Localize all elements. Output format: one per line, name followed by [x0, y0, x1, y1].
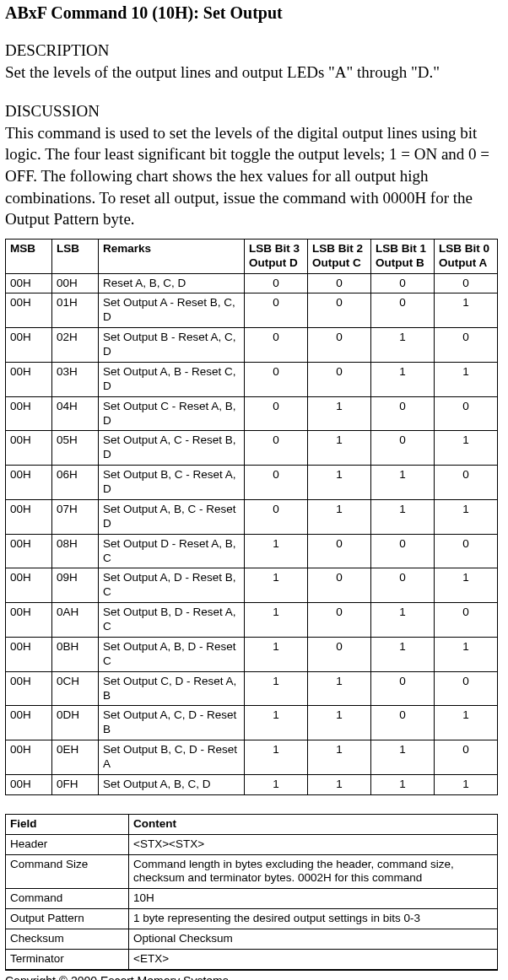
table-gap	[5, 795, 498, 814]
description-heading: DESCRIPTION	[5, 41, 498, 60]
col-header-remarks: Remarks	[99, 239, 245, 273]
cell-content: 10H	[129, 889, 498, 909]
cell-content: Command length in bytes excluding the he…	[129, 854, 498, 889]
cell-bit2: 0	[308, 273, 371, 293]
cell-bit3: 0	[245, 466, 308, 500]
table-row: Output Pattern1 byte representing the de…	[6, 909, 498, 929]
cell-bit2: 0	[308, 603, 371, 638]
cell-lsb: 00H	[52, 273, 99, 293]
cell-content: 1 byte representing the desired output s…	[129, 909, 498, 929]
cell-field: Command	[6, 889, 129, 909]
cell-bit2: 1	[308, 671, 371, 706]
bits-table: MSB LSB Remarks LSB Bit 3 Output D LSB B…	[5, 239, 498, 795]
cell-bit1: 0	[371, 431, 435, 466]
cell-bit2: 0	[308, 534, 371, 568]
col-header-content: Content	[129, 814, 498, 834]
table-row: Terminator<ETX>	[6, 949, 498, 969]
document-page: ABxF Command 10 (10H): Set Output DESCRI…	[0, 0, 508, 980]
field-table: Field Content Header<STX><STX>Command Si…	[5, 814, 498, 970]
cell-bit1: 1	[371, 740, 435, 775]
cell-remarks: Set Output B, C - Reset A, D	[99, 466, 245, 500]
cell-bit1: 1	[371, 362, 435, 396]
table-row: 00H05HSet Output A, C - Reset B, D0101	[6, 431, 498, 466]
table-row: 00H03HSet Output A, B - Reset C, D0011	[6, 362, 498, 396]
page-number: 105	[450, 975, 498, 980]
discussion-heading: DISCUSSION	[5, 102, 498, 121]
cell-remarks: Set Output C, D - Reset A, B	[99, 671, 245, 706]
cell-msb: 00H	[6, 293, 52, 328]
cell-remarks: Set Output B, D - Reset A, C	[99, 603, 245, 638]
cell-bit2: 0	[308, 637, 371, 671]
cell-msb: 00H	[6, 328, 52, 363]
cell-msb: 00H	[6, 534, 52, 568]
page-footer: Copyright © 2000 Escort Memory Systems L…	[5, 970, 498, 980]
cell-bit1: 1	[371, 328, 435, 363]
cell-bit0: 0	[435, 603, 498, 638]
cell-lsb: 0CH	[52, 671, 99, 706]
table-row: 00H06HSet Output B, C - Reset A, D0110	[6, 466, 498, 500]
table-header-row: MSB LSB Remarks LSB Bit 3 Output D LSB B…	[6, 239, 498, 273]
cell-bit1: 0	[371, 568, 435, 603]
table-row: 00H02HSet Output B - Reset A, C, D0010	[6, 328, 498, 363]
cell-lsb: 05H	[52, 431, 99, 466]
cell-lsb: 07H	[52, 499, 99, 534]
description-body: Set the levels of the output lines and o…	[5, 62, 498, 83]
col-header-bit2: LSB Bit 2 Output C	[308, 239, 371, 273]
cell-bit3: 1	[245, 568, 308, 603]
cell-msb: 00H	[6, 431, 52, 466]
cell-bit0: 0	[435, 466, 498, 500]
cell-remarks: Set Output A - Reset B, C, D	[99, 293, 245, 328]
cell-bit0: 0	[435, 534, 498, 568]
cell-field: Terminator	[6, 949, 129, 969]
cell-msb: 00H	[6, 740, 52, 775]
page-title: ABxF Command 10 (10H): Set Output	[5, 3, 498, 23]
cell-bit0: 0	[435, 671, 498, 706]
cell-msb: 00H	[6, 499, 52, 534]
cell-msb: 00H	[6, 396, 52, 431]
cell-bit0: 0	[435, 328, 498, 363]
footer-line-1: Copyright © 2000 Escort Memory Systems	[5, 974, 229, 980]
cell-bit2: 1	[308, 396, 371, 431]
cell-bit3: 0	[245, 396, 308, 431]
table-row: 00H0BHSet Output A, B, D - Reset C1011	[6, 637, 498, 671]
col-header-bit3: LSB Bit 3 Output D	[245, 239, 308, 273]
cell-bit1: 0	[371, 273, 435, 293]
cell-bit3: 1	[245, 637, 308, 671]
col-header-lsb: LSB	[52, 239, 99, 273]
table-row: 00H07HSet Output A, B, C - Reset D0111	[6, 499, 498, 534]
cell-msb: 00H	[6, 706, 52, 740]
cell-bit1: 1	[371, 774, 435, 794]
cell-bit2: 1	[308, 740, 371, 775]
cell-bit1: 0	[371, 706, 435, 740]
cell-bit0: 1	[435, 568, 498, 603]
table-row: 00H08HSet Output D - Reset A, B, C1000	[6, 534, 498, 568]
cell-field: Checksum	[6, 929, 129, 950]
col-header-msb: MSB	[6, 239, 52, 273]
cell-bit3: 0	[245, 293, 308, 328]
cell-bit1: 0	[371, 293, 435, 328]
cell-msb: 00H	[6, 362, 52, 396]
cell-lsb: 09H	[52, 568, 99, 603]
cell-lsb: 02H	[52, 328, 99, 363]
cell-bit3: 1	[245, 706, 308, 740]
cell-bit0: 1	[435, 499, 498, 534]
cell-bit2: 1	[308, 499, 371, 534]
cell-bit2: 1	[308, 466, 371, 500]
cell-bit0: 0	[435, 396, 498, 431]
cell-bit0: 1	[435, 293, 498, 328]
cell-bit1: 0	[371, 534, 435, 568]
cell-remarks: Set Output A, B, C, D	[99, 774, 245, 794]
cell-lsb: 04H	[52, 396, 99, 431]
table-row: 00H09HSet Output A, D - Reset B, C1001	[6, 568, 498, 603]
cell-bit3: 0	[245, 362, 308, 396]
cell-lsb: 0AH	[52, 603, 99, 638]
table-row: 00H0AHSet Output B, D - Reset A, C1010	[6, 603, 498, 638]
cell-msb: 00H	[6, 273, 52, 293]
cell-bit2: 0	[308, 568, 371, 603]
cell-bit0: 1	[435, 431, 498, 466]
cell-bit1: 1	[371, 637, 435, 671]
cell-bit0: 1	[435, 706, 498, 740]
cell-field: Header	[6, 834, 129, 854]
cell-content: Optional Checksum	[129, 929, 498, 950]
discussion-body: This command is used to set the levels o…	[5, 122, 498, 230]
